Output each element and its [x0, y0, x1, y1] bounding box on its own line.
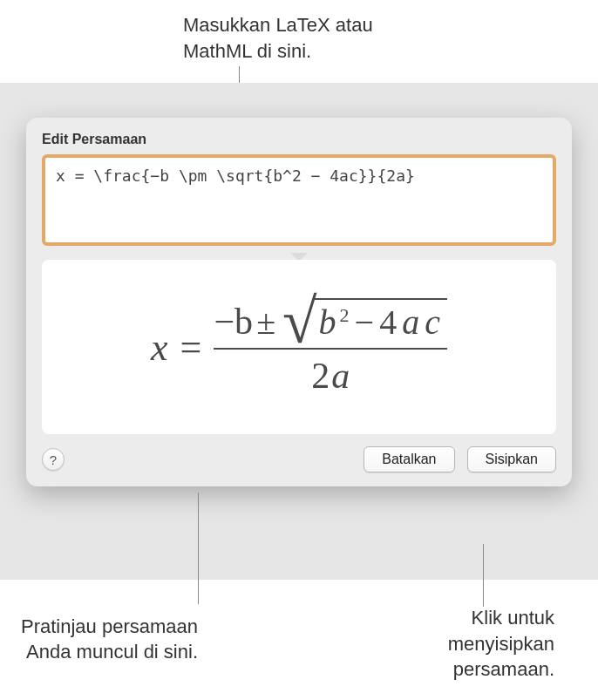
equation-fraction: −b ± √ b2 − 4ac 2a: [214, 298, 446, 397]
radicand-exponent: 2: [340, 304, 350, 327]
equation-source-input[interactable]: [42, 154, 556, 246]
radicand-c: c: [425, 302, 440, 343]
denominator-a: a: [331, 356, 350, 396]
equation-equals: =: [180, 325, 202, 370]
rendered-equation: x = −b ± √ b2 − 4ac: [151, 298, 447, 397]
radical-symbol-icon: √: [282, 302, 317, 346]
dialog-button-row: ? Batalkan Sisipkan: [42, 446, 556, 472]
dialog-title: Edit Persamaan: [42, 132, 556, 147]
plus-minus-symbol: ±: [256, 302, 275, 343]
equation-numerator: −b ± √ b2 − 4ac: [214, 298, 446, 343]
insert-button[interactable]: Sisipkan: [467, 446, 556, 472]
radicand: b2 − 4ac: [314, 298, 447, 343]
equation-preview: x = −b ± √ b2 − 4ac: [42, 260, 556, 434]
edit-equation-dialog: Edit Persamaan x = −b ± √ b2 − 4ac: [26, 118, 572, 486]
square-root: √ b2 − 4ac: [282, 298, 447, 343]
radicand-a: a: [402, 302, 419, 343]
equation-lhs: x: [151, 325, 168, 370]
radicand-four: 4: [379, 302, 397, 343]
numerator-minus-b: −b: [214, 301, 253, 343]
fraction-bar: [214, 348, 446, 350]
callout-input: Masukkan LaTeX atauMathML di sini.: [183, 12, 373, 64]
radicand-minus: −: [355, 302, 375, 343]
leader-line-insert: [483, 544, 484, 607]
cancel-button[interactable]: Batalkan: [364, 446, 454, 472]
denominator-two: 2: [311, 356, 330, 396]
help-icon: ?: [50, 452, 57, 467]
leader-line-preview: [198, 493, 199, 604]
callout-insert: Klik untukmenyisipkanpersamaan.: [380, 605, 554, 683]
radicand-b: b: [319, 302, 336, 343]
equation-denominator: 2a: [311, 355, 350, 397]
help-button[interactable]: ?: [42, 448, 65, 471]
callout-preview: Pratinjau persamaanAnda muncul di sini.: [10, 614, 198, 665]
